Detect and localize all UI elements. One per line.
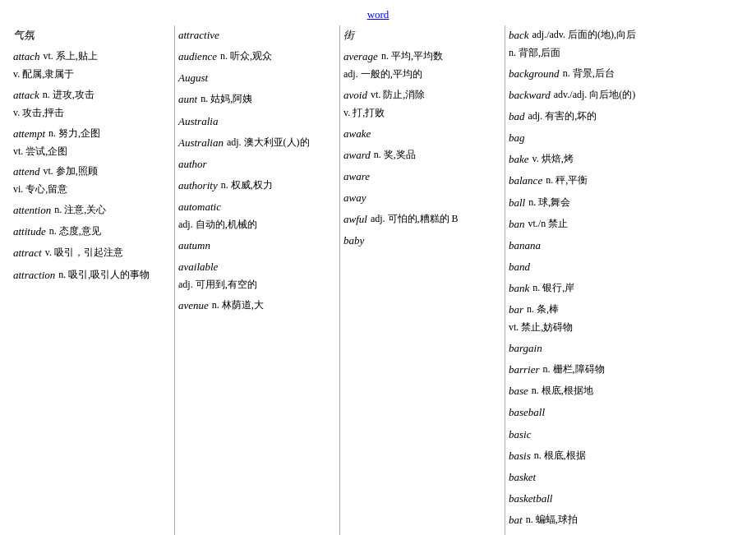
word-avoid: avoid [343, 87, 367, 104]
word-balance: balance [509, 173, 542, 189]
word-avenue: avenue [178, 297, 209, 314]
entry-back: back adj./adv. 后面的(地),向后 n. 背部,后面 [509, 27, 754, 61]
entry-attend: attend vt. 参加,照顾 vi. 专心,留意 [13, 164, 168, 197]
word-available: available [178, 259, 218, 275]
entry-ban: ban vt./n 禁止 [509, 216, 754, 233]
entry-attack: attack n. 进攻,攻击 v. 攻击,抨击 [13, 87, 168, 121]
word-base: base [509, 383, 528, 399]
word-baseball: baseball [509, 404, 545, 421]
word-link[interactable]: word [367, 8, 390, 21]
entry-aunt: aunt n. 姑妈,阿姨 [178, 91, 333, 108]
word-basket: basket [509, 469, 536, 486]
entry-available: available adj. 可用到,有空的 [178, 259, 333, 293]
entry-award: award n. 奖,奖品 [343, 147, 498, 164]
word-bake: bake [509, 151, 529, 168]
entry-basketball: basketball [509, 491, 754, 507]
entry-basis: basis n. 根底,根据 [509, 448, 754, 464]
word-jie: 街 [343, 27, 354, 44]
entry-awake: awake [343, 126, 498, 142]
word-attractive: attractive [178, 27, 219, 44]
entry-audience: audience n. 听众,观众 [178, 48, 333, 65]
word-back: back [509, 27, 529, 44]
word-attraction: attraction [13, 267, 55, 284]
entry-ball: ball n. 球,舞会 [509, 195, 754, 211]
word-attach: attach [13, 48, 40, 65]
word-background: background [509, 66, 560, 82]
word-award: award [343, 147, 371, 164]
word-barrier: barrier [509, 362, 540, 378]
word-author: author [178, 156, 207, 173]
word-awful: awful [343, 211, 367, 228]
entry-automatic: automatic adj. 自动的,机械的 [178, 199, 333, 233]
entry-basic: basic [509, 427, 754, 443]
entry-attraction: attraction n. 吸引,吸引人的事物 [13, 267, 168, 284]
word-attack: attack [13, 87, 39, 104]
entry-attract: attract v. 吸引，引起注意 [13, 245, 168, 261]
entry-balance: balance n. 秤,平衡 [509, 173, 754, 189]
word-automatic: automatic [178, 199, 221, 215]
entry-bake: bake v. 烘焙,烤 [509, 151, 754, 168]
word-attempt: attempt [13, 126, 45, 142]
entry-baby: baby [343, 233, 498, 249]
entry-bargain: bargain [509, 340, 754, 357]
entry-basket: basket [509, 469, 754, 486]
word-aunt: aunt [178, 91, 197, 108]
column-2: attractive audience n. 听众,观众 August aunt… [173, 25, 338, 535]
word-ban: ban [509, 216, 525, 233]
word-awake: awake [343, 126, 371, 142]
entry-attempt: attempt n. 努力,企图 vt. 尝试,企图 [13, 126, 168, 159]
entry-bad: bad adj. 有害的,坏的 [509, 108, 754, 125]
word-bad: bad [509, 108, 525, 125]
entry-qifen: 气氛 [13, 27, 168, 44]
entry-banana: banana [509, 238, 754, 254]
word-banana: banana [509, 238, 541, 254]
word-away: away [343, 190, 366, 206]
word-australian: Australian [178, 135, 224, 151]
word-australia: Australia [178, 113, 218, 130]
entry-avoid: avoid vt. 防止,消除 v. 打,打败 [343, 87, 498, 121]
entry-australian: Australian adj. 澳大利亚(人)的 [178, 135, 333, 151]
entry-attention: attention n. 注意,关心 [13, 202, 168, 219]
word-attract: attract [13, 245, 42, 261]
word-band: band [509, 259, 530, 275]
column-3: 街 average n. 平均,平均数 adj. 一般的,平均的 avoid v… [339, 25, 503, 535]
entry-aware: aware [343, 168, 498, 185]
entry-average: average n. 平均,平均数 adj. 一般的,平均的 [343, 48, 498, 82]
word-bat: bat [509, 512, 523, 528]
word-bag: bag [509, 130, 525, 146]
entry-background: background n. 背景,后台 [509, 66, 754, 82]
entry-autumn: autumn [178, 238, 333, 254]
entry-attach: attach vt. 系上,贴上 v. 配属,隶属于 [13, 48, 168, 82]
word-basic: basic [509, 427, 531, 443]
word-aware: aware [343, 168, 370, 185]
word-autumn: autumn [178, 238, 210, 254]
entry-band: band [509, 259, 754, 275]
entry-australia: Australia [178, 113, 333, 130]
word-average: average [343, 48, 378, 65]
entry-awful: awful adj. 可怕的,糟糕的 B [343, 211, 498, 228]
word-basis: basis [509, 448, 531, 464]
word-bank: bank [509, 280, 529, 297]
page-header: word [0, 0, 756, 25]
entry-bar: bar n. 条,棒 vt. 禁止,妨碍物 [509, 302, 754, 335]
entry-august: August [178, 70, 333, 86]
entry-author: author [178, 156, 333, 173]
entry-baseball: baseball [509, 404, 754, 421]
entry-bag: bag [509, 130, 754, 146]
word-bargain: bargain [509, 340, 542, 357]
word-august: August [178, 70, 208, 86]
word-qifen: 气氛 [13, 27, 35, 44]
word-authority: authority [178, 178, 218, 194]
entry-jie: 街 [343, 27, 498, 44]
entry-barrier: barrier n. 栅栏,障碍物 [509, 362, 754, 378]
entry-avenue: avenue n. 林荫道,大 [178, 297, 333, 314]
entry-backward: backward adv./adj. 向后地(的) [509, 87, 754, 104]
word-baby: baby [343, 233, 364, 249]
entry-attractive: attractive [178, 27, 333, 44]
word-bar: bar [509, 302, 523, 318]
word-ball: ball [509, 195, 525, 211]
column-4: back adj./adv. 后面的(地),向后 n. 背部,后面 backgr… [504, 25, 756, 535]
column-1: 气氛 attach vt. 系上,贴上 v. 配属,隶属于 attack n. … [8, 25, 173, 535]
word-attitude: attitude [13, 224, 46, 240]
entry-attitude: attitude n. 态度,意见 [13, 224, 168, 240]
